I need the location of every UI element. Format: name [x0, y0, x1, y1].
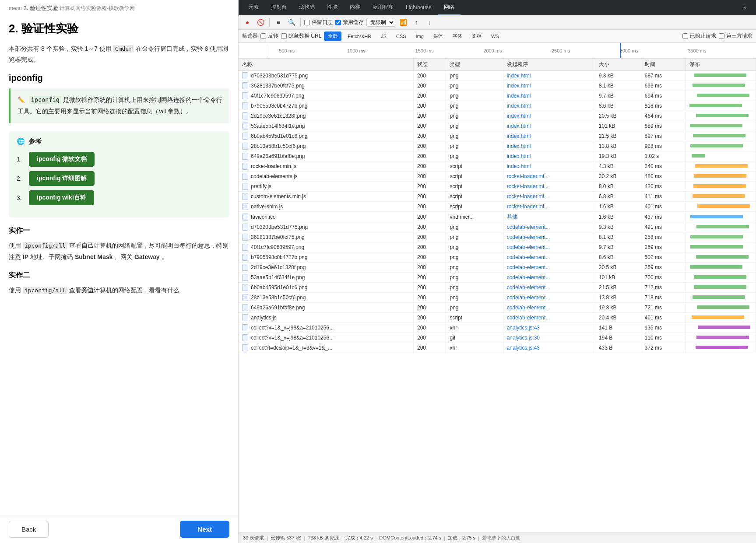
table-row[interactable]: 649a26a691bfaf8e.png200pngcodelab-elemen… [239, 303, 756, 313]
table-row[interactable]: 2d19ce3e61c1328f.png200pngcodelab-elemen… [239, 263, 756, 273]
blocked-requests-checkbox[interactable] [682, 33, 688, 39]
table-row[interactable]: b7905598c0b4727b.png200pngindex.html8.6 … [239, 101, 756, 111]
cell-initiator[interactable]: index.html [503, 101, 595, 111]
cell-initiator[interactable]: index.html [503, 81, 595, 91]
table-row[interactable]: custom-elements.min.js200scriptrocket-lo… [239, 192, 756, 202]
tab-performance[interactable]: 性能 [321, 0, 344, 15]
col-waterfall[interactable]: 瀑布 [686, 59, 756, 71]
cell-initiator[interactable]: index.html [503, 121, 595, 131]
table-row[interactable]: 2d19ce3e61c1328f.png200pngindex.html20.5… [239, 111, 756, 121]
search-button[interactable]: 🔍 [286, 17, 297, 28]
col-type[interactable]: 类型 [446, 59, 503, 71]
table-row[interactable]: 53aae5b14f634f1e.png200pngindex.html101 … [239, 121, 756, 131]
cell-initiator[interactable]: index.html [503, 141, 595, 151]
col-size[interactable]: 大小 [595, 59, 641, 71]
cell-initiator[interactable]: codelab-element... [503, 293, 595, 303]
clear-button[interactable]: 🚫 [255, 17, 266, 28]
filter-font[interactable]: 字体 [449, 32, 466, 40]
back-button[interactable]: Back [9, 521, 49, 538]
cell-initiator[interactable]: rocket-loader.mi... [503, 182, 595, 192]
hide-data-urls-checkbox[interactable] [281, 33, 287, 39]
table-row[interactable]: b7905598c0b4727b.png200pngcodelab-elemen… [239, 252, 756, 263]
col-status[interactable]: 状态 [414, 59, 446, 71]
cell-initiator[interactable]: analytics.js:43 [503, 323, 595, 333]
table-row[interactable]: d703203be531d775.png200pngcodelab-elemen… [239, 222, 756, 232]
third-party-label[interactable]: 第三方请求 [719, 32, 752, 40]
tab-lighthouse[interactable]: Lighthouse [400, 1, 438, 15]
cell-initiator[interactable]: codelab-element... [503, 232, 595, 242]
wifi-icon[interactable]: 📶 [398, 17, 408, 28]
cell-initiator[interactable]: 其他 [503, 212, 595, 222]
tab-application[interactable]: 应用程序 [366, 0, 400, 15]
cell-initiator[interactable]: codelab-element... [503, 242, 595, 252]
record-button[interactable]: ● [242, 17, 253, 28]
cell-initiator[interactable]: index.html [503, 71, 595, 81]
cell-initiator[interactable]: codelab-element... [503, 263, 595, 273]
hide-data-urls-label[interactable]: 隐藏数据 URL [281, 32, 321, 40]
filter-js[interactable]: JS [377, 33, 390, 40]
import-button[interactable]: ↑ [411, 17, 422, 28]
table-row[interactable]: 6b0ab4595d1e01c6.png200pngcodelab-elemen… [239, 283, 756, 293]
blocked-requests-label[interactable]: 已阻止请求 [682, 32, 716, 40]
third-party-checkbox[interactable] [719, 33, 724, 39]
table-row[interactable]: prettify.js200scriptrocket-loader.mi...8… [239, 182, 756, 192]
filter-all-button[interactable]: 全部 [324, 32, 341, 41]
cell-initiator[interactable]: codelab-element... [503, 222, 595, 232]
network-table-container[interactable]: 名称 状态 类型 发起程序 大小 时间 瀑布 d703203be531d775.… [239, 59, 756, 532]
table-row[interactable]: 28b13e58b1c50cf6.png200pngcodelab-elemen… [239, 293, 756, 303]
table-row[interactable]: 53aae5b14f634f1e.png200pngcodelab-elemen… [239, 273, 756, 283]
reverse-filter-label[interactable]: 反转 [260, 32, 278, 40]
cell-initiator[interactable]: index.html [503, 161, 595, 172]
cell-initiator[interactable]: analytics.js:43 [503, 343, 595, 353]
table-row[interactable]: 28b13e58b1c50cf6.png200pngindex.html13.8… [239, 141, 756, 151]
filter-img[interactable]: Img [412, 33, 427, 40]
cell-initiator[interactable]: codelab-element... [503, 283, 595, 293]
ref-btn-3[interactable]: ipconfig wiki百科 [29, 190, 94, 205]
table-row[interactable]: native-shim.js200scriptrocket-loader.mi.… [239, 202, 756, 212]
disable-cache-label[interactable]: 禁用缓存 [335, 19, 364, 26]
cell-initiator[interactable]: codelab-element... [503, 273, 595, 283]
cell-initiator[interactable]: index.html [503, 111, 595, 121]
table-row[interactable]: analytics.js200scriptcodelab-element...2… [239, 313, 756, 323]
export-button[interactable]: ↓ [424, 17, 435, 28]
filter-css[interactable]: CSS [393, 33, 410, 40]
table-row[interactable]: collect?v=1&_v=j98&a=21010256...200xhran… [239, 323, 756, 333]
table-row[interactable]: d703203be531d775.png200pngindex.html9.3 … [239, 71, 756, 81]
ref-btn-1[interactable]: ipconfig 微软文档 [29, 152, 95, 167]
cell-initiator[interactable]: index.html [503, 91, 595, 101]
filter-fetch-xhr[interactable]: Fetch/XHR [344, 33, 375, 40]
tab-elements[interactable]: 元素 [242, 0, 265, 15]
cell-initiator[interactable]: codelab-element... [503, 313, 595, 323]
col-initiator[interactable]: 发起程序 [503, 59, 595, 71]
tab-more[interactable]: » [737, 1, 752, 15]
throttle-select[interactable]: 无限制 [366, 18, 395, 27]
cell-initiator[interactable]: codelab-element... [503, 252, 595, 263]
table-row[interactable]: 36281337be0fcf75.png200pngindex.html8.1 … [239, 81, 756, 91]
filter-toggle-button[interactable]: ≡ [273, 17, 284, 28]
disable-cache-checkbox[interactable] [335, 20, 341, 25]
table-row[interactable]: collect?t=dc&aip=1&_r=3&v=1&_...200xhran… [239, 343, 756, 353]
cell-initiator[interactable]: analytics.js:30 [503, 333, 595, 343]
filter-doc[interactable]: 文档 [468, 32, 485, 40]
col-name[interactable]: 名称 [239, 59, 414, 71]
next-button[interactable]: Next [180, 521, 229, 538]
tab-network[interactable]: 网络 [438, 0, 461, 15]
table-row[interactable]: rocket-loader.min.js200scriptindex.html4… [239, 161, 756, 172]
table-row[interactable]: favicon.ico200vnd.micr...其他1.6 kB437 ms [239, 212, 756, 222]
tab-sources[interactable]: 源代码 [293, 0, 321, 15]
preserve-log-label[interactable]: 保留日志 [304, 19, 333, 26]
table-row[interactable]: 6b0ab4595d1e01c6.png200pngindex.html21.5… [239, 131, 756, 141]
filter-media[interactable]: 媒体 [430, 32, 447, 40]
cell-initiator[interactable]: rocket-loader.mi... [503, 202, 595, 212]
table-row[interactable]: 36281337be0fcf75.png200pngcodelab-elemen… [239, 232, 756, 242]
table-row[interactable]: collect?v=1&_v=j98&a=21010256...200gifan… [239, 333, 756, 343]
reverse-checkbox[interactable] [260, 33, 266, 39]
cell-initiator[interactable]: rocket-loader.mi... [503, 172, 595, 182]
col-time[interactable]: 时间 [641, 59, 686, 71]
table-row[interactable]: 40f1c7fc90639597.png200pngindex.html9.7 … [239, 91, 756, 101]
tab-console[interactable]: 控制台 [265, 0, 293, 15]
cell-initiator[interactable]: rocket-loader.mi... [503, 192, 595, 202]
cell-initiator[interactable]: index.html [503, 151, 595, 161]
table-row[interactable]: 649a26a691bfaf8e.png200pngindex.html19.3… [239, 151, 756, 161]
ref-btn-2[interactable]: ipconfig 详细图解 [29, 171, 95, 186]
